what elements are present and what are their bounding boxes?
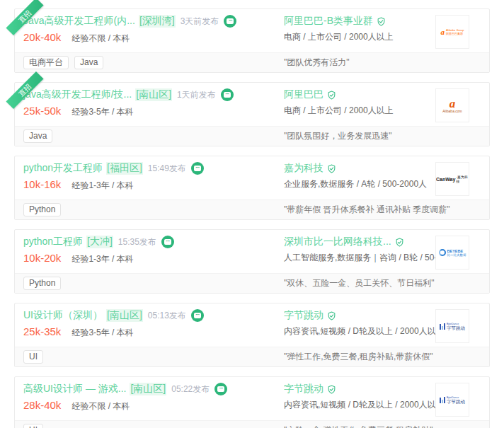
job-title[interactable]: 高级UI设计师 — 游戏...	[23, 383, 126, 395]
company-logo[interactable]: aAlibaba Group阿里巴巴集团	[435, 15, 469, 49]
chat-icon[interactable]	[191, 309, 204, 322]
company-name[interactable]: 深圳市比一比网络科技...	[284, 236, 391, 248]
job-card[interactable]: 直招 java高级开发工程师/技... [南山区] 1天前发布 25k-50k …	[14, 82, 490, 146]
canway-cn-text: ·嘉为科技	[456, 175, 469, 183]
company-logo[interactable]: ByteDance字节跳动	[435, 383, 469, 417]
job-card[interactable]: UI设计师（深圳） [南山区] 05:13发布 25k-35k 经验3-5年 /…	[14, 303, 490, 367]
company-info: 内容资讯,短视频 / D轮及以上 / 2000人以上	[284, 325, 430, 338]
job-card-footer: Java "团队氛围好，业务发展迅速"	[15, 126, 489, 146]
company-logo[interactable]: ByteDance字节跳动	[435, 309, 469, 343]
job-summary: UI设计师（深圳） [南山区] 05:13发布 25k-35k 经验3-5年 /…	[23, 308, 284, 338]
logo-text: Alibaba.com	[442, 109, 462, 113]
job-card-footer: UI "弹性工作,免费三餐,租房补贴,带薪休假"	[15, 347, 489, 366]
company-summary: 深圳市比一比网络科技... 人工智能服务,数据服务｜咨询 / B轮 / 50-1…	[284, 235, 430, 265]
verified-shield-icon	[327, 91, 336, 100]
job-title[interactable]: Java高级开发工程师(内...	[23, 15, 135, 28]
job-quote: "双休、五险一金、员工关怀、节日福利"	[284, 277, 481, 289]
job-location: [南山区]	[106, 309, 143, 322]
job-title-row: python开发工程师 [福田区] 15:49发布	[23, 161, 284, 175]
company-info: 内容资讯,短视频 / D轮及以上 / 2000人以上	[284, 399, 430, 412]
chat-bubble-icon	[227, 18, 234, 24]
job-card-footer: Python "双休、五险一金、员工关怀、节日福利"	[15, 273, 489, 293]
beyebe-logo: BEYEBE比一比大数据	[439, 249, 466, 257]
job-salary: 28k-40k	[23, 399, 61, 411]
company-logo[interactable]: CanWay·嘉为科技	[435, 162, 469, 196]
job-quote: "团队氛围好，业务发展迅速"	[284, 130, 481, 142]
chat-icon[interactable]	[214, 383, 227, 395]
job-requirements: 经验1-3年 / 本科	[71, 180, 133, 192]
job-card[interactable]: 直招 Java高级开发工程师(内... [深圳湾] 3天前发布 20k-40k …	[14, 8, 490, 73]
job-summary: 高级UI设计师 — 游戏... [南山区] 05:22发布 28k-40k 经验…	[23, 382, 284, 412]
bytedance-logo: ByteDance字节跳动	[440, 323, 465, 330]
job-salary: 10k-16k	[23, 178, 61, 190]
job-tag: Python	[23, 277, 61, 290]
job-salary: 25k-50k	[23, 105, 61, 117]
job-tags: Java	[23, 129, 284, 143]
job-location: [大冲]	[86, 236, 113, 248]
job-card-main: python工程师 [大冲] 15:35发布 10k-20k 经验1-3年 / …	[15, 230, 489, 273]
company-name[interactable]: 嘉为科技	[284, 162, 323, 175]
logo-text: BEYEBE比一比大数据	[447, 249, 466, 257]
chat-bubble-icon	[164, 239, 171, 245]
job-salary: 20k-40k	[23, 31, 61, 43]
logo-text: ByteDance字节跳动	[447, 396, 465, 404]
company-logo[interactable]: aAlibaba.com	[435, 88, 469, 122]
job-card[interactable]: python开发工程师 [福田区] 15:49发布 10k-16k 经验1-3年…	[14, 156, 490, 220]
chat-icon[interactable]	[191, 162, 204, 175]
bytedance-bars-icon	[440, 323, 445, 330]
job-card-footer: UI "六险一金,弹性工作,免费三餐,租房补贴"	[15, 420, 489, 428]
job-tags: 电商平台Java	[23, 56, 284, 69]
company-info: 人工智能服务,数据服务｜咨询 / B轮 / 50-150人	[284, 252, 430, 265]
company-name[interactable]: 字节跳动	[284, 309, 323, 322]
job-title[interactable]: python开发工程师	[23, 162, 103, 175]
job-publish-time: 15:35发布	[118, 236, 156, 248]
chat-icon[interactable]	[224, 15, 236, 28]
canway-wordmark: CanWay	[436, 177, 455, 182]
alibaba-mark-icon: a	[440, 28, 445, 35]
job-publish-time: 1天前发布	[177, 89, 216, 101]
job-requirements: 经验3-5年 / 本科	[71, 327, 133, 339]
job-title[interactable]: python工程师	[23, 236, 83, 248]
logo-text: ByteDance字节跳动	[447, 323, 465, 330]
company-info: 企业服务,数据服务 / A轮 / 500-2000人	[284, 178, 430, 191]
job-publish-time: 15:49发布	[148, 163, 186, 175]
company-name[interactable]: 字节跳动	[284, 383, 323, 395]
job-publish-time: 3天前发布	[181, 16, 219, 28]
job-title[interactable]: UI设计师（深圳）	[23, 309, 103, 322]
job-salary-row: 10k-20k 经验1-3年 / 本科	[23, 252, 284, 265]
job-requirements: 经验不限 / 本科	[71, 33, 130, 45]
verified-shield-icon	[395, 238, 404, 247]
job-publish-time: 05:13发布	[148, 310, 186, 322]
canway-logo: CanWay·嘉为科技	[436, 175, 469, 183]
job-tag: Java	[23, 129, 52, 143]
job-title-row: python工程师 [大冲] 15:35发布	[23, 235, 284, 249]
job-tags: UI	[23, 424, 284, 428]
chat-icon[interactable]	[161, 236, 174, 248]
chat-icon[interactable]	[221, 88, 234, 101]
company-row: 深圳市比一比网络科技...	[284, 235, 430, 249]
company-name[interactable]: 阿里巴巴-B类事业群	[284, 15, 373, 28]
company-row: 字节跳动	[284, 308, 430, 323]
job-card[interactable]: python工程师 [大冲] 15:35发布 10k-20k 经验1-3年 / …	[14, 229, 490, 294]
job-tags: Python	[23, 277, 284, 290]
job-salary: 25k-35k	[23, 325, 61, 337]
company-info: 电商 / 上市公司 / 2000人以上	[284, 31, 430, 44]
job-tags: Python	[23, 203, 284, 216]
company-row: 嘉为科技	[284, 161, 430, 175]
job-requirements: 经验1-3年 / 本科	[71, 253, 133, 265]
chat-bubble-icon	[224, 92, 231, 98]
job-publish-time: 05:22发布	[171, 383, 210, 395]
job-card[interactable]: 高级UI设计师 — 游戏... [南山区] 05:22发布 28k-40k 经验…	[14, 376, 490, 428]
job-quote: "弹性工作,免费三餐,租房补贴,带薪休假"	[284, 351, 481, 363]
company-summary: 字节跳动 内容资讯,短视频 / D轮及以上 / 2000人以上	[284, 382, 430, 412]
beyebe-mark-icon	[439, 249, 446, 256]
verified-shield-icon	[377, 17, 386, 26]
company-logo[interactable]: BEYEBE比一比大数据	[435, 236, 469, 270]
job-tags: UI	[23, 350, 284, 364]
job-salary-row: 10k-16k 经验1-3年 / 本科	[23, 178, 284, 191]
company-name[interactable]: 阿里巴巴	[284, 88, 323, 101]
chat-bubble-icon	[217, 386, 224, 392]
job-title-row: Java高级开发工程师(内... [深圳湾] 3天前发布	[23, 14, 284, 28]
bytedance-bars-icon	[440, 397, 445, 403]
job-title[interactable]: java高级开发工程师/技...	[23, 88, 132, 101]
